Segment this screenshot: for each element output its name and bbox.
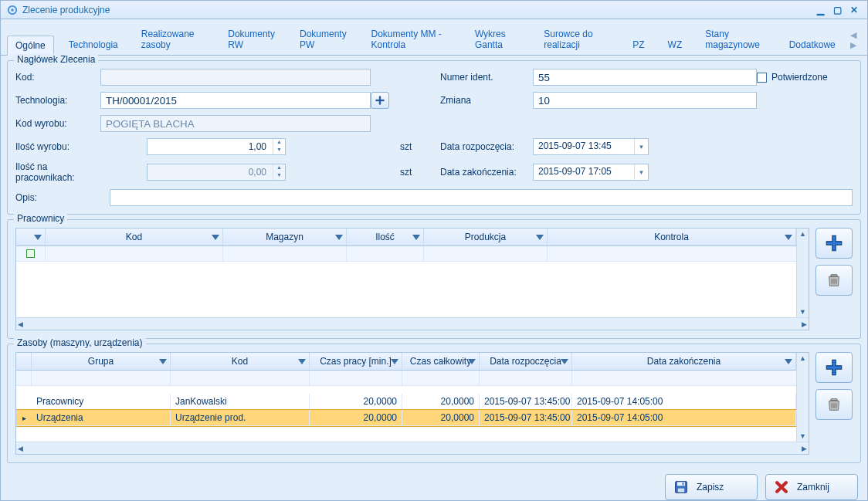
svg-rect-3 xyxy=(677,482,685,486)
pracownicy-body[interactable] xyxy=(16,262,796,317)
col-kod[interactable]: Kod xyxy=(46,228,223,245)
cell-rozp: 2015-09-07 13:45:00 xyxy=(480,394,572,409)
col-czas-pracy[interactable]: Czas pracy [min.] xyxy=(310,353,402,370)
col-grupa[interactable]: Grupa xyxy=(32,353,171,370)
input-opis[interactable] xyxy=(110,189,853,206)
col-produkcja[interactable]: Produkcja xyxy=(424,228,548,245)
close-label: Zamknij xyxy=(797,482,829,493)
svg-rect-5 xyxy=(683,482,684,485)
label-technologia: Technologia: xyxy=(15,95,100,106)
input-kod-wyrobu[interactable] xyxy=(100,115,371,132)
unit-ilosc-wyrobu: szt xyxy=(394,141,440,152)
tab-dokumenty-pw[interactable]: Dokumenty PW xyxy=(291,24,356,55)
titlebar: Zlecenie produkcyjne ▁ ▢ ✕ xyxy=(1,1,867,19)
input-ilosc-wyrobu[interactable]: 1,00 ▲▼ xyxy=(147,138,286,155)
close-window-button[interactable]: ✕ xyxy=(847,5,861,15)
pracownicy-delete-button[interactable] xyxy=(815,265,853,296)
input-data-zak[interactable]: 2015-09-07 17:05 ▼ xyxy=(533,164,649,181)
tab-dokumenty-rw[interactable]: Dokumenty RW xyxy=(219,24,285,55)
pracownicy-legend: Pracownicy xyxy=(14,213,67,224)
window-title: Zlecenie produkcyjne xyxy=(22,5,110,15)
cell-zak: 2015-09-07 14:05:00 xyxy=(572,394,796,409)
tab-ogolne[interactable]: Ogólne xyxy=(7,36,54,56)
col-checkbox[interactable] xyxy=(16,228,46,245)
dropdown-icon[interactable]: ▼ xyxy=(634,139,648,154)
zasoby-delete-button[interactable] xyxy=(815,389,853,420)
pracownicy-grid[interactable]: Kod Magazyn Ilość Produkcja Kontrola xyxy=(15,228,809,330)
dropdown-icon[interactable]: ▼ xyxy=(634,164,648,180)
spin-down[interactable]: ▼ xyxy=(273,147,285,154)
cell-czas: 20,0000 xyxy=(310,410,402,425)
tab-scroll-arrows[interactable]: ◀ ▶ xyxy=(850,30,861,55)
tab-dodatkowe[interactable]: Dodatkowe xyxy=(781,35,844,55)
svg-point-1 xyxy=(11,8,14,12)
input-ilosc-prac[interactable]: 0,00 ▲▼ xyxy=(147,164,286,181)
spin-up[interactable]: ▲ xyxy=(273,139,285,147)
table-row[interactable]: Pracownicy JanKowalski 20,0000 20,0000 2… xyxy=(16,394,796,410)
cell-kod: JanKowalski xyxy=(171,394,310,409)
tab-wykres-gantta[interactable]: Wykres Gantta xyxy=(466,24,529,55)
cell-calk: 20,0000 xyxy=(402,394,480,409)
col-data-zak[interactable]: Data zakończenia xyxy=(572,353,796,370)
maximize-button[interactable]: ▢ xyxy=(830,5,844,15)
input-numer-ident[interactable] xyxy=(533,69,757,86)
label-ilosc-prac: Ilość na pracownikach: xyxy=(15,161,100,183)
label-potwierdzone: Potwierdzone xyxy=(771,72,828,83)
filter-checkbox[interactable] xyxy=(26,249,35,258)
zasoby-body[interactable]: Pracownicy JanKowalski 20,0000 20,0000 2… xyxy=(16,394,796,442)
zasoby-grid[interactable]: Grupa Kod Czas pracy [min.] Czas całkowi… xyxy=(15,352,809,455)
zasoby-filter-row[interactable] xyxy=(16,371,796,386)
row-marker: ▸ xyxy=(16,410,32,425)
label-numer-ident: Numer ident. xyxy=(440,72,533,83)
zasoby-add-button[interactable] xyxy=(815,352,853,383)
input-technologia[interactable] xyxy=(100,92,371,109)
close-button[interactable]: Zamknij xyxy=(765,474,858,500)
input-kod[interactable] xyxy=(100,69,371,86)
col-kontrola[interactable]: Kontrola xyxy=(548,228,796,245)
cell-kod: Urządzenie prod. xyxy=(171,410,310,425)
cell-czas: 20,0000 xyxy=(310,394,402,409)
cell-rozp: 2015-09-07 13:45:00 xyxy=(480,410,572,425)
pracownicy-filter-row[interactable] xyxy=(16,246,796,262)
save-button[interactable]: Zapisz xyxy=(665,474,758,500)
checkbox-potwierdzone[interactable]: Potwierdzone xyxy=(757,72,849,83)
pracownicy-groupbox: Pracownicy Kod Magazyn Ilość Produkcja K… xyxy=(7,219,861,339)
add-technologia-button[interactable] xyxy=(371,92,389,109)
tab-realizowane-zasoby[interactable]: Realizowane zasoby xyxy=(133,24,213,55)
input-data-rozp[interactable]: 2015-09-07 13:45 ▼ xyxy=(533,138,649,155)
input-zmiana[interactable] xyxy=(533,92,757,109)
label-zmiana: Zmiana xyxy=(440,95,533,106)
cell-grupa: Pracownicy xyxy=(32,394,171,409)
spin-up[interactable]: ▲ xyxy=(273,164,285,172)
label-ilosc-wyrobu: Ilość wyrobu: xyxy=(15,141,100,152)
tab-wz[interactable]: WZ xyxy=(659,35,691,55)
table-row[interactable]: ▸ Urządzenia Urządzenie prod. 20,0000 20… xyxy=(16,410,796,426)
col-kod[interactable]: Kod xyxy=(171,353,310,370)
header-legend: Nagłówek Zlecenia xyxy=(14,54,98,65)
row-marker xyxy=(16,394,32,409)
tab-surowce[interactable]: Surowce do realizacji xyxy=(535,24,618,55)
spin-down[interactable]: ▼ xyxy=(273,172,285,180)
save-icon xyxy=(673,479,689,495)
tab-pz[interactable]: PZ xyxy=(624,35,653,55)
tab-stany[interactable]: Stany magazynowe xyxy=(697,24,774,55)
close-icon xyxy=(774,479,789,495)
col-magazyn[interactable]: Magazyn xyxy=(223,228,347,245)
tab-technologia[interactable]: Technologia xyxy=(60,35,127,55)
app-icon xyxy=(7,5,18,15)
minimize-button[interactable]: ▁ xyxy=(813,5,827,15)
label-opis: Opis: xyxy=(15,192,100,203)
pracownicy-vscroll[interactable]: ▲▼ xyxy=(796,228,809,317)
header-groupbox: Nagłówek Zlecenia Kod: Numer ident. Potw… xyxy=(7,60,861,215)
zasoby-vscroll[interactable]: ▲▼ xyxy=(796,353,809,442)
col-ilosc[interactable]: Ilość xyxy=(347,228,424,245)
label-data-zak: Data zakończenia: xyxy=(440,167,533,178)
zasoby-groupbox: Zasoby (maszyny, urządzenia) Grupa Kod C… xyxy=(7,344,861,463)
zasoby-hscroll[interactable]: ◀▶ xyxy=(16,442,809,454)
tab-dokumenty-mm[interactable]: Dokumenty MM - Kontrola xyxy=(362,24,459,55)
pracownicy-add-button[interactable] xyxy=(815,228,853,259)
col-czas-calkowity[interactable]: Czas całkowity xyxy=(402,353,480,370)
col-data-rozp[interactable]: Data rozpoczęcia xyxy=(480,353,572,370)
save-label: Zapisz xyxy=(697,482,724,493)
pracownicy-hscroll[interactable]: ◀▶ xyxy=(16,317,809,330)
